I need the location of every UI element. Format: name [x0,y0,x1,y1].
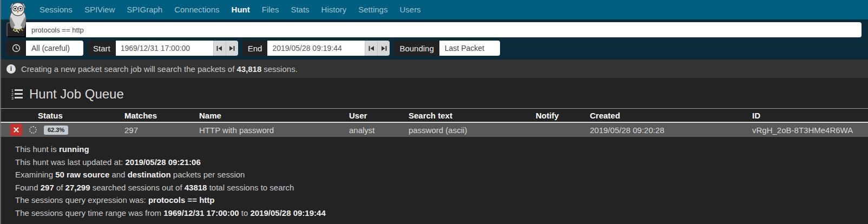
info-text-suffix: sessions. [264,64,298,74]
hunt-detail-line: Found 297 of 27,299 searched sessions ou… [15,181,868,194]
hunt-detail-line: This hunt is running [15,143,868,156]
column-header-status: Status [0,111,124,120]
column-header-created: Created [590,111,752,120]
end-time-input[interactable] [267,41,365,56]
search-bar [6,22,862,37]
hunt-job-row: 62.3% 297 HTTP with password analyst pas… [0,122,868,137]
start-skip-forward-button[interactable] [226,41,238,56]
column-header-matches: Matches [124,111,199,120]
time-range-select[interactable]: All (careful) [26,41,83,56]
nav-item-history[interactable]: History [315,5,353,14]
hunt-details: This hunt is runningThis hunt was last u… [15,143,868,219]
clock-addon [6,41,26,56]
user-cell: analyst [349,126,409,135]
page-title: Hunt Job Queue [29,87,124,102]
matches-cell: 297 [124,126,199,135]
nav-item-users[interactable]: Users [393,5,426,14]
nav-item-spigraph[interactable]: SPIGraph [121,5,168,14]
start-time-group: Start [88,41,238,56]
list-ol-icon: 1 2 3 [11,88,23,100]
hunt-detail-line: The sessions query expression was: proto… [15,194,868,207]
search-text-cell: password (ascii) [409,126,536,135]
column-header-search-text: Search text [409,111,536,120]
info-session-count: 43,818 [236,64,261,74]
progress-badge: 62.3% [44,126,68,135]
created-cell: 2019/05/28 09:20:28 [590,126,752,135]
id-cell: vRgH_2oB-8T3HMe4R6WA [752,126,868,135]
nav-item-settings[interactable]: Settings [352,5,393,14]
top-navbar: SessionsSPIViewSPIGraphConnectionsHuntFi… [0,0,868,19]
svg-text:1: 1 [11,89,14,93]
nav-item-hunt[interactable]: Hunt [226,5,256,14]
main-nav: SessionsSPIViewSPIGraphConnectionsHuntFi… [34,0,427,19]
search-input[interactable] [26,22,862,37]
status-cell: 62.3% [0,124,124,136]
column-header-id: ID [752,111,868,120]
time-bar: All (careful) Start End [6,41,862,56]
start-skip-back-button[interactable] [213,41,226,56]
skip-backward-icon [216,45,222,51]
start-label: Start [88,41,116,56]
info-text-prefix: Creating a new packet search job will se… [21,64,234,74]
hunt-table-header: StatusMatchesNameUserSearch textNotifyCr… [0,108,868,122]
hunt-header: 1 2 3 Hunt Job Queue [0,78,868,108]
time-range-group: All (careful) [6,41,83,56]
end-time-group: End [242,41,390,56]
arkime-owl-logo[interactable] [5,1,30,31]
bounding-group: Bounding Last Packet [394,41,499,56]
bounding-label: Bounding [394,41,439,56]
hunt-table: StatusMatchesNameUserSearch textNotifyCr… [0,108,868,137]
end-skip-back-button[interactable] [365,41,377,56]
column-header-user: User [349,111,409,120]
clock-icon [12,44,21,52]
name-cell: HTTP with password [199,126,349,135]
hunt-detail-line: The sessions query time range was from 1… [15,207,868,220]
column-header-name: Name [199,111,349,120]
nav-item-connections[interactable]: Connections [168,5,225,14]
nav-item-spiview[interactable]: SPIView [78,5,121,14]
running-spinner-icon [29,126,37,134]
cancel-hunt-button[interactable] [10,124,22,136]
hunt-page: 1 2 3 Hunt Job Queue StatusMatchesNameUs… [0,78,868,219]
nav-item-sessions[interactable]: Sessions [34,5,78,14]
end-label: End [242,41,268,56]
svg-text:2: 2 [11,93,14,96]
end-skip-forward-button[interactable] [377,41,390,56]
search-section: All (careful) Start End [0,19,868,60]
column-header-notify: Notify [536,111,590,120]
hunt-detail-line: Examining 50 raw source and destination … [15,168,868,181]
nav-item-files[interactable]: Files [256,5,285,14]
info-bar: i Creating a new packet search job will … [0,60,868,78]
hunt-detail-line: This hunt was last updated at: 2019/05/2… [15,156,868,169]
nav-item-stats[interactable]: Stats [285,5,315,14]
start-time-input[interactable] [116,41,213,56]
skip-backward-icon [369,45,374,51]
bounding-select[interactable]: Last Packet [439,41,500,56]
skip-forward-icon [229,45,235,51]
x-icon [14,127,19,133]
skip-forward-icon [381,45,387,51]
svg-text:3: 3 [11,96,14,100]
info-icon: i [6,64,16,74]
window-edge-line [0,0,1,224]
